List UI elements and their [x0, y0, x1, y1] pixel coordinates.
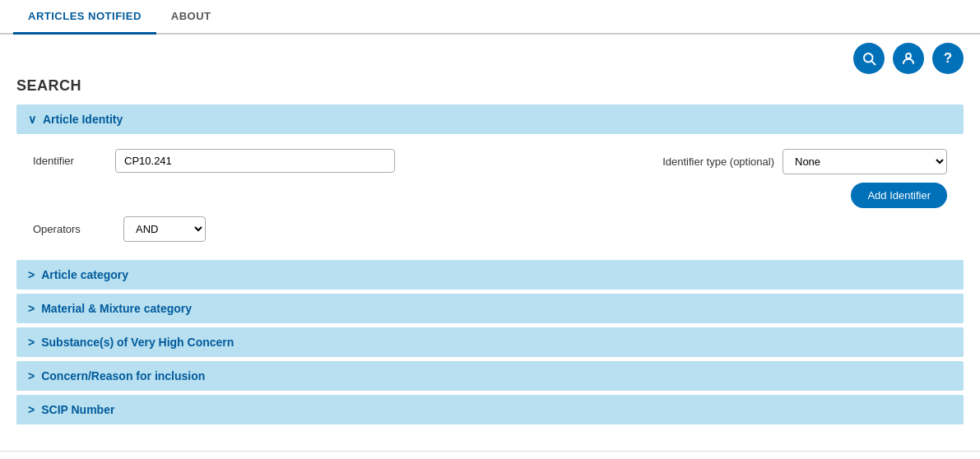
identifier-left: Identifier	[33, 149, 618, 173]
section-article-identity[interactable]: ∨ Article Identity	[16, 104, 964, 134]
svg-point-2	[906, 53, 911, 58]
chevron-right-icon-5: >	[28, 403, 35, 416]
tab-articles-notified[interactable]: ARTICLES NOTIFIED	[13, 0, 156, 35]
section-material-mixture-label: Material & Mixture category	[41, 302, 192, 315]
section-material-mixture[interactable]: > Material & Mixture category	[16, 294, 964, 323]
section-scip-number-label: SCIP Number	[41, 403, 114, 416]
section-article-category-label: Article category	[41, 268, 128, 281]
footer: Clear All Suchen	[0, 451, 980, 459]
main-content: SEARCH ∨ Article Identity Identifier Ide…	[0, 77, 980, 443]
chevron-right-icon-3: >	[28, 336, 35, 349]
add-identifier-button[interactable]: Add Identifier	[851, 183, 947, 208]
help-icon-label: ?	[944, 50, 952, 67]
user-icon-button[interactable]	[893, 43, 924, 74]
help-icon-button[interactable]: ?	[932, 43, 964, 74]
chevron-right-icon-1: >	[28, 268, 35, 281]
identifier-right: Identifier type (optional) None CAS EC I…	[618, 149, 947, 208]
identifier-type-select[interactable]: None CAS EC Index	[783, 149, 947, 174]
section-concern-reason-label: Concern/Reason for inclusion	[41, 369, 205, 382]
section-concern-reason[interactable]: > Concern/Reason for inclusion	[16, 361, 964, 391]
section-substances-svhc[interactable]: > Substance(s) of Very High Concern	[16, 327, 964, 357]
tab-about[interactable]: ABOUT	[156, 0, 226, 35]
identifier-input[interactable]	[115, 149, 395, 173]
search-title: SEARCH	[16, 77, 964, 95]
section-article-identity-label: Article Identity	[43, 113, 123, 126]
section-substances-svhc-label: Substance(s) of Very High Concern	[41, 336, 234, 349]
operators-row: Operators AND OR	[33, 216, 947, 242]
identifier-row: Identifier Identifier type (optional) No…	[33, 149, 947, 208]
collapsed-sections: > Article category > Material & Mixture …	[16, 260, 964, 426]
nav-tabs: ARTICLES NOTIFIED ABOUT	[0, 0, 980, 35]
chevron-right-icon-4: >	[28, 369, 35, 382]
article-identity-content: Identifier Identifier type (optional) No…	[16, 134, 964, 257]
identifier-type-label: Identifier type (optional)	[662, 155, 774, 168]
svg-line-1	[871, 61, 875, 64]
chevron-right-icon-2: >	[28, 302, 35, 315]
header-bar: ?	[0, 35, 980, 77]
operators-select[interactable]: AND OR	[123, 216, 206, 242]
identifier-label: Identifier	[33, 155, 107, 167]
section-article-category[interactable]: > Article category	[16, 260, 964, 290]
operators-label: Operators	[33, 223, 107, 235]
chevron-down-icon: ∨	[28, 113, 36, 126]
section-scip-number[interactable]: > SCIP Number	[16, 395, 964, 424]
identifier-type-row: Identifier type (optional) None CAS EC I…	[662, 149, 947, 174]
search-icon-button[interactable]	[853, 43, 885, 74]
